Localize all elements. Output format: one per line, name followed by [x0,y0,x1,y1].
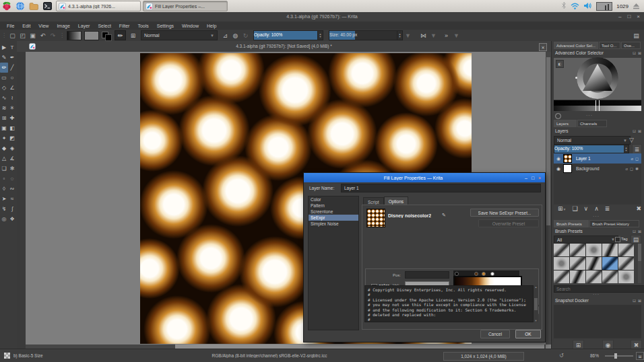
tool-freehand-select[interactable]: ∾ [8,184,16,194]
terminal-icon[interactable] [40,1,54,11]
script-editor[interactable]: # Copyright Disney Enterprises, Inc. All… [364,285,534,322]
menu-help[interactable]: Help [203,24,220,28]
volume-icon[interactable] [583,0,592,12]
float-docker-icon[interactable]: ⊡ [633,298,636,303]
cpu-monitor[interactable] [596,2,612,11]
layer-lock-icon[interactable]: ◻ [630,166,633,171]
mirror-options-chevron[interactable]: ▼ [428,31,439,40]
brush-preset[interactable] [586,257,602,270]
tool-polygon[interactable]: ◇ [0,83,8,93]
brush-preset[interactable] [618,270,634,283]
layer-options-icon[interactable]: ≣ [632,144,642,154]
workspace-chooser-icon[interactable]: ▤ [631,31,641,40]
tool-crop[interactable]: ▣ [0,123,8,133]
docker-splitter[interactable]: ··· [593,214,600,219]
layer-properties-button[interactable]: ≣ [605,205,610,212]
preset-display-icon[interactable]: ▤ [631,235,641,244]
taskbar-window-main[interactable]: 4.3.1-alpha (git 7926... [56,1,141,11]
tool-reference-images[interactable]: ❏ [0,164,8,174]
menu-view[interactable]: View [34,24,53,28]
menu-filter[interactable]: Filter [115,24,134,28]
tool-calligraphy[interactable]: ✒ [8,52,16,63]
tool-text[interactable]: T [8,42,16,52]
tab-brush-preset-history[interactable]: Brush Preset History [589,220,639,227]
close-docker-icon[interactable]: ⊠ [638,229,641,233]
menu-select[interactable]: Select [94,24,115,28]
menu-image[interactable]: Image [53,24,73,28]
tab-layers[interactable]: Layers [554,120,577,127]
tool-move[interactable]: ✚ [8,113,16,123]
image-size-widget[interactable]: 1,024 x 1,024 (4,0 MiB) [443,352,524,361]
tool-pattern-edit[interactable]: ◩ [8,133,16,143]
pattern-chooser[interactable] [84,31,99,40]
dialog-minimize-button[interactable]: – [523,176,529,180]
dialog-titlebar[interactable]: Fill Layer Properties — Krita – □ × [304,173,545,182]
tool-freehand-path[interactable]: ≀ [8,93,16,103]
toolbar-handle[interactable]: ⋮ [58,32,65,38]
eject-icon[interactable] [633,0,640,12]
tool-ellipse[interactable]: ○ [8,73,16,83]
tool-dynamic-brush[interactable]: ≋ [0,103,8,113]
generator-color[interactable]: Color [309,196,358,203]
close-docker-icon[interactable]: ⊠ [638,298,641,303]
tool-ellipse-select[interactable]: ◌ [8,174,16,184]
tab-advanced-color-selector[interactable]: Advanced Color Sel... [554,42,598,49]
layer-filter-icon[interactable]: ▽ [626,135,637,144]
toolbar-handle[interactable]: ⋮ [0,32,7,38]
advanced-color-selector[interactable]: ◧ [554,58,641,100]
minimize-button[interactable]: – [618,12,621,22]
layer-opacity-slider[interactable]: Opacity: 100% [554,145,625,153]
gradient-chooser[interactable] [67,31,82,40]
menu-settings[interactable]: Settings [153,24,178,28]
value-bar-1[interactable] [554,100,641,106]
tool-transform[interactable]: ⊞ [0,113,8,123]
menu-window[interactable]: Window [178,24,203,28]
redo-icon[interactable]: ↷ [48,31,58,40]
acs-settings-icon[interactable]: ◧ [556,60,564,68]
brush-preset[interactable] [586,270,602,283]
inherit-alpha-icon[interactable]: α [631,157,633,161]
tag-checkbox[interactable] [615,237,620,242]
tool-enclose-fill[interactable]: ◈ [8,143,16,153]
tool-bezier-curve[interactable]: ∿ [0,93,8,103]
tool-measure[interactable]: ∡ [8,153,16,164]
snapshot-docker-header[interactable]: Snapshot Docker ⊡ ⊠ [555,298,641,303]
tool-gradient[interactable]: ◧ [8,123,16,133]
gradient-stops[interactable] [453,270,519,276]
wrap-options-chevron[interactable]: ▼ [451,31,461,40]
inherit-alpha-icon[interactable]: α [626,167,628,171]
tool-contiguous-select[interactable]: ➤ [0,194,8,204]
reload-preset-icon[interactable]: ↻ [240,31,251,40]
layer-row-background[interactable]: ◉ Background α ◻ ✱ [554,164,641,174]
tool-pan[interactable]: ❖ [8,214,16,224]
opacity-slider[interactable]: Opacity: 100% [253,30,318,40]
menu-edit[interactable]: Edit [18,24,34,28]
subwindow-close-icon[interactable]: ✕ [539,43,547,51]
layer-name-input[interactable]: Layer 1 [341,184,541,192]
overwrite-preset-button[interactable]: Overwrite Preset [478,219,539,227]
tab-overview[interactable]: Ove... [621,42,641,49]
tool-fill[interactable]: ◆ [0,143,8,153]
script-scrollbar[interactable]: ▲▼ [534,285,538,322]
tool-magnetic-select[interactable]: ↯ [0,204,8,214]
cancel-button[interactable]: Cancel [480,330,510,338]
edit-preset-icon[interactable]: ✎ [442,213,446,218]
zoom-level-label[interactable]: 86% [590,353,599,358]
layer-row-layer1[interactable]: ◉ Layer 1 α ◻ [554,153,641,164]
wrap-around-icon[interactable]: » [441,31,451,40]
tool-multibrush[interactable]: ✳ [8,103,16,113]
move-layer-down-button[interactable]: ∨ [584,205,589,212]
mirror-horizontal-icon[interactable]: ⋈ [418,31,428,40]
fg-bg-colors[interactable] [100,31,112,40]
subwindow-titlebar[interactable]: 4.3.1-alpha (git 79267b7): [Not Saved] (… [17,41,551,52]
visibility-eye-icon[interactable]: ◉ [554,156,563,161]
layer-blend-mode-select[interactable]: Normal▼ [554,136,631,145]
blend-mode-select[interactable]: Normal▼ [141,30,218,40]
scroll-up-icon[interactable]: ▲ [535,285,538,289]
brush-preset[interactable] [554,257,569,270]
add-layer-button[interactable]: ⊞▼ [558,205,567,212]
generator-screentone[interactable]: Screentone [309,209,358,215]
tool-rect-select[interactable]: ▫ [0,174,8,184]
brush-preset[interactable] [570,244,585,256]
save-new-preset-button[interactable]: Save New SeExpr Preset... [470,209,539,217]
